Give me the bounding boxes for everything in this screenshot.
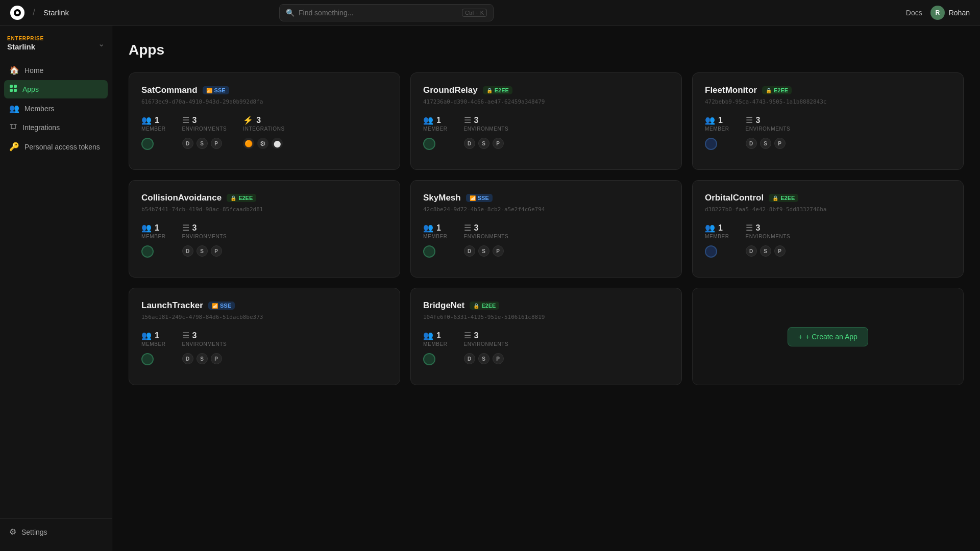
app-stats: 👥 1 MEMBER ☰ 3 ENVIRONMENTS DSP bbox=[705, 223, 951, 258]
app-stats: 👥 1 MEMBER ☰ 3 ENVIRONMENTS DSP bbox=[423, 115, 669, 150]
search-shortcut: Ctrl + K bbox=[462, 9, 487, 17]
badge-icon: 📶 bbox=[212, 303, 218, 309]
app-card-bridgenet[interactable]: BridgeNet 🔒 E2EE 104fe6f0-6331-4195-951e… bbox=[410, 288, 682, 385]
app-uuid: d38227b0-faa5-4e42-8bf9-5dd8332746ba bbox=[705, 206, 951, 213]
app-card-launchtracker[interactable]: LaunchTracker 📶 SSE 156ac181-249c-4798-8… bbox=[129, 288, 400, 385]
app-card-header: SatCommand 📶 SSE bbox=[141, 85, 387, 95]
env-badge: S bbox=[760, 245, 771, 257]
sidebar-item-home[interactable]: 🏠 Home bbox=[4, 61, 108, 79]
sidebar-item-tokens[interactable]: 🔑 Personal access tokens bbox=[4, 138, 108, 156]
main-layout: ENTERPRISE Starlink ⌄ 🏠 Home A bbox=[0, 26, 980, 551]
env-badge: D bbox=[182, 245, 193, 257]
sidebar-item-integrations-label: Integrations bbox=[22, 123, 60, 132]
app-card-satcommand[interactable]: SatCommand 📶 SSE 61673ec9-d70a-4910-943d… bbox=[129, 72, 400, 170]
org-selector[interactable]: ENTERPRISE Starlink ⌄ bbox=[0, 32, 112, 59]
app-stats: 👥 1 MEMBER ☰ 3 ENVIRONMENTS DSP ⚡ bbox=[141, 115, 387, 150]
badge-icon: 🔒 bbox=[230, 195, 236, 201]
sidebar-item-members-label: Members bbox=[24, 105, 54, 113]
app-stats: 👥 1 MEMBER ☰ 3 ENVIRONMENTS DSP bbox=[141, 223, 387, 258]
app-stats: 👥 1 MEMBER ☰ 3 ENVIRONMENTS DSP bbox=[423, 331, 669, 365]
app-name: OrbitalControl bbox=[705, 193, 764, 203]
plus-icon: + bbox=[798, 333, 802, 341]
sidebar-item-home-label: Home bbox=[24, 66, 43, 74]
search-icon: 🔍 bbox=[286, 9, 295, 17]
app-name: GroundRelay bbox=[423, 85, 478, 95]
sidebar-item-settings[interactable]: ⚙ Settings bbox=[4, 523, 108, 541]
env-badge: S bbox=[197, 245, 208, 257]
app-card-header: SkyMesh 📶 SSE bbox=[423, 193, 669, 203]
env-badge: S bbox=[197, 353, 208, 364]
app-badge: 📶 SSE bbox=[203, 86, 229, 94]
app-card-orbitalcontrol[interactable]: OrbitalControl 🔒 E2EE d38227b0-faa5-4e42… bbox=[692, 180, 964, 278]
app-badge: 🔒 E2EE bbox=[227, 194, 256, 202]
badge-icon: 🔒 bbox=[486, 88, 493, 93]
sidebar-nav: 🏠 Home Apps 👥 Members bbox=[0, 59, 112, 518]
create-app-button[interactable]: + + Create an App bbox=[788, 327, 868, 346]
env-badge: D bbox=[464, 138, 475, 149]
app-card-header: GroundRelay 🔒 E2EE bbox=[423, 85, 669, 95]
env-badge: P bbox=[774, 138, 786, 149]
settings-icon: ⚙ bbox=[9, 527, 16, 537]
badge-icon: 🔒 bbox=[766, 88, 772, 93]
app-badge: 📶 SSE bbox=[466, 194, 493, 202]
org-badge: ENTERPRISE bbox=[7, 36, 44, 41]
app-name: FleetMonitor bbox=[705, 85, 757, 95]
user-menu[interactable]: R Rohan bbox=[930, 6, 970, 20]
members-icon: 👥 bbox=[9, 104, 19, 113]
app-uuid: 472bebb9-95ca-4743-9505-1a1b8882843c bbox=[705, 98, 951, 105]
svg-rect-4 bbox=[10, 89, 13, 92]
svg-rect-3 bbox=[14, 85, 17, 88]
sidebar-item-settings-label: Settings bbox=[21, 528, 47, 536]
sidebar-item-apps-label: Apps bbox=[22, 85, 39, 93]
app-uuid: b54b7441-74cb-419d-98ac-85fcaadb2d81 bbox=[141, 206, 387, 213]
app-uuid: 156ac181-249c-4798-84d6-51dacb8be373 bbox=[141, 314, 387, 320]
app-stats: 👥 1 MEMBER ☰ 3 ENVIRONMENTS DSP bbox=[423, 223, 669, 258]
sidebar-item-apps[interactable]: Apps bbox=[4, 80, 108, 98]
integration-cloudflare: 🟠 bbox=[243, 138, 254, 149]
app-uuid: 42c8be24-9d72-4b5e-8cb2-a5e2f4c6e794 bbox=[423, 206, 669, 213]
env-badge: S bbox=[478, 245, 489, 257]
chevron-down-icon: ⌄ bbox=[98, 39, 105, 48]
app-stats: 👥 1 MEMBER ☰ 3 ENVIRONMENTS DSP bbox=[705, 115, 951, 150]
sidebar-item-integrations[interactable]: Integrations bbox=[4, 118, 108, 137]
sidebar-item-members[interactable]: 👥 Members bbox=[4, 99, 108, 117]
org-title: Starlink bbox=[43, 8, 69, 17]
page-title: Apps bbox=[129, 42, 964, 58]
svg-point-1 bbox=[16, 11, 19, 14]
badge-icon: 📶 bbox=[470, 195, 476, 201]
app-stats: 👥 1 MEMBER ☰ 3 ENVIRONMENTS DSP bbox=[141, 331, 387, 365]
home-icon: 🏠 bbox=[9, 65, 19, 75]
badge-icon: 📶 bbox=[206, 88, 212, 93]
badge-icon: 🔒 bbox=[473, 303, 479, 309]
svg-rect-2 bbox=[10, 85, 13, 88]
env-badge: S bbox=[478, 138, 489, 149]
app-card-header: FleetMonitor 🔒 E2EE bbox=[705, 85, 951, 95]
app-card-skymesh[interactable]: SkyMesh 📶 SSE 42c8be24-9d72-4b5e-8cb2-a5… bbox=[410, 180, 682, 278]
env-badge: P bbox=[493, 245, 504, 257]
app-card-collisionavoidance[interactable]: CollisionAvoidance 🔒 E2EE b54b7441-74cb-… bbox=[129, 180, 400, 278]
create-app-card[interactable]: + + Create an App bbox=[692, 288, 964, 385]
app-card-fleetmonitor[interactable]: FleetMonitor 🔒 E2EE 472bebb9-95ca-4743-9… bbox=[692, 72, 964, 170]
search-input[interactable] bbox=[299, 9, 458, 17]
env-badge: P bbox=[493, 138, 504, 149]
app-name: LaunchTracker bbox=[141, 300, 203, 311]
avatar: R bbox=[930, 6, 945, 20]
app-grid: SatCommand 📶 SSE 61673ec9-d70a-4910-943d… bbox=[129, 72, 964, 385]
env-badge: D bbox=[746, 245, 757, 257]
env-badge: S bbox=[197, 138, 208, 149]
key-icon: 🔑 bbox=[9, 142, 19, 152]
badge-icon: 🔒 bbox=[772, 195, 778, 201]
user-name: Rohan bbox=[949, 9, 970, 17]
sidebar-item-tokens-label: Personal access tokens bbox=[24, 143, 100, 151]
app-card-groundrelay[interactable]: GroundRelay 🔒 E2EE 417236a0-d390-4c66-ae… bbox=[410, 72, 682, 170]
apps-icon bbox=[9, 84, 17, 94]
env-badge: D bbox=[182, 353, 193, 364]
search-bar[interactable]: 🔍 Ctrl + K bbox=[279, 4, 494, 21]
app-logo bbox=[10, 6, 24, 20]
sidebar-footer: ⚙ Settings bbox=[0, 518, 112, 545]
env-badge: P bbox=[211, 138, 222, 149]
env-badge: P bbox=[211, 353, 222, 364]
app-card-header: LaunchTracker 📶 SSE bbox=[141, 300, 387, 311]
app-card-header: BridgeNet 🔒 E2EE bbox=[423, 300, 669, 311]
docs-link[interactable]: Docs bbox=[906, 9, 922, 17]
